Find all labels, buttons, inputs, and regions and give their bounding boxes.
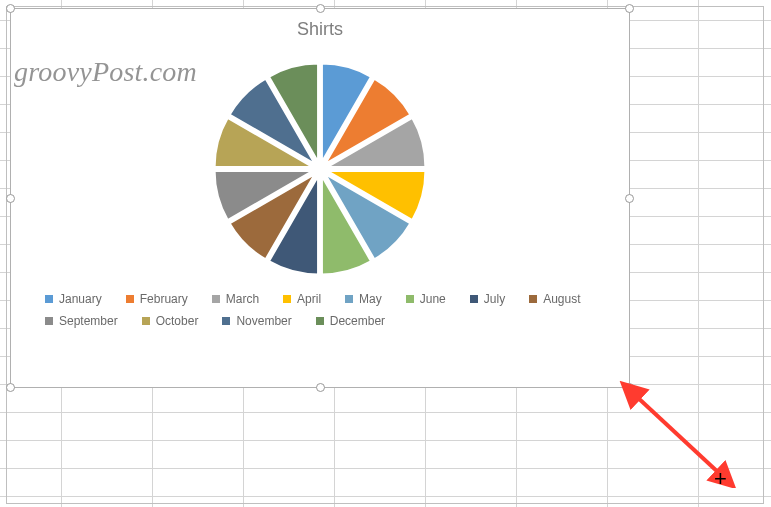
legend-item[interactable]: July [470,292,505,306]
chart-legend[interactable]: JanuaryFebruaryMarchAprilMayJuneJulyAugu… [11,284,629,338]
legend-label: August [543,292,580,306]
legend-item[interactable]: June [406,292,446,306]
legend-swatch [316,317,324,325]
legend-label: July [484,292,505,306]
legend-label: April [297,292,321,306]
legend-swatch [142,317,150,325]
legend-swatch [212,295,220,303]
resize-handle-sw[interactable] [6,383,15,392]
legend-swatch [222,317,230,325]
legend-label: February [140,292,188,306]
legend-label: October [156,314,199,328]
legend-swatch [126,295,134,303]
legend-swatch [45,317,53,325]
legend-swatch [345,295,353,303]
legend-label: January [59,292,102,306]
legend-swatch [529,295,537,303]
pie-plot-area[interactable] [11,54,629,284]
legend-label: March [226,292,259,306]
legend-label: December [330,314,385,328]
resize-handle-w[interactable] [6,194,15,203]
resize-handle-s[interactable] [316,383,325,392]
legend-swatch [470,295,478,303]
resize-handle-se[interactable] [625,383,634,392]
resize-handle-e[interactable] [625,194,634,203]
legend-item[interactable]: March [212,292,259,306]
legend-label: November [236,314,291,328]
resize-handle-n[interactable] [316,4,325,13]
resize-handle-ne[interactable] [625,4,634,13]
legend-swatch [283,295,291,303]
legend-item[interactable]: April [283,292,321,306]
resize-handle-nw[interactable] [6,4,15,13]
chart-object[interactable]: Shirts JanuaryFebruaryMarchAprilMayJuneJ… [10,8,630,388]
legend-swatch [406,295,414,303]
pie-chart [205,54,435,284]
legend-label: June [420,292,446,306]
legend-item[interactable]: September [45,314,118,328]
legend-swatch [45,295,53,303]
legend-item[interactable]: January [45,292,102,306]
legend-item[interactable]: November [222,314,291,328]
legend-label: May [359,292,382,306]
legend-item[interactable]: May [345,292,382,306]
legend-item[interactable]: December [316,314,385,328]
chart-title[interactable]: Shirts [11,19,629,40]
legend-label: September [59,314,118,328]
legend-item[interactable]: August [529,292,580,306]
legend-item[interactable]: October [142,314,199,328]
legend-item[interactable]: February [126,292,188,306]
